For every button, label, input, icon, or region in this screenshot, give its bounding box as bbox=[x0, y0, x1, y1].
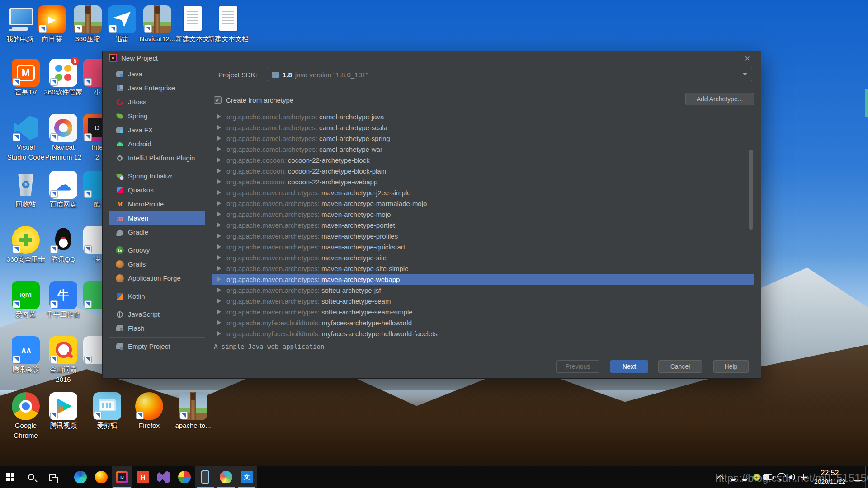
archetype-row[interactable]: org.apache.myfaces.buildtools:myfaces-ar… bbox=[212, 328, 754, 339]
navicat-icon[interactable] bbox=[49, 114, 77, 142]
project-sdk-combobox[interactable]: 1.8 java version "1.8.0_131" bbox=[267, 68, 752, 81]
sidebar-item-java[interactable]: Java bbox=[109, 67, 205, 81]
expand-arrow-icon[interactable] bbox=[217, 223, 221, 227]
sidebar-item-intellij-platform-plugin[interactable]: IntelliJ Platform Plugin bbox=[109, 151, 205, 165]
tray-chevron-icon[interactable] bbox=[716, 466, 727, 488]
desktop-icon-爱剪辑[interactable]: 爱剪辑 bbox=[86, 392, 128, 430]
archetype-row[interactable]: org.apache.camel.archetypes:camel-archet… bbox=[212, 133, 754, 144]
expand-arrow-icon[interactable] bbox=[217, 234, 221, 238]
taskbar-app-firefox[interactable] bbox=[91, 466, 112, 488]
search-button[interactable] bbox=[21, 466, 42, 488]
sidebar-item-java-enterprise[interactable]: Java Enterprise bbox=[109, 81, 205, 95]
archetype-row[interactable]: org.apache.camel.archetypes:camel-archet… bbox=[212, 111, 754, 122]
sidebar-item-gradle[interactable]: Gradle bbox=[109, 225, 205, 239]
firefox-icon[interactable] bbox=[135, 392, 163, 420]
expand-arrow-icon[interactable] bbox=[217, 212, 221, 216]
expand-arrow-icon[interactable] bbox=[217, 266, 221, 271]
sidebar-item-grails[interactable]: Grails bbox=[109, 257, 205, 271]
sidebar-item-quarkus[interactable]: Quarkus bbox=[109, 183, 205, 197]
taskbar-app-doc-app[interactable]: 文 bbox=[236, 466, 257, 488]
expand-arrow-icon[interactable] bbox=[217, 169, 221, 173]
zip-icon[interactable] bbox=[74, 5, 102, 33]
vscode-icon[interactable] bbox=[12, 114, 40, 142]
sidebar-item-kotlin[interactable]: Kotlin bbox=[109, 289, 205, 303]
start-button[interactable] bbox=[0, 466, 21, 488]
shield-icon[interactable] bbox=[12, 226, 40, 254]
tray-qq-icon[interactable] bbox=[727, 466, 739, 488]
desktop-icon-芒果tv[interactable]: M芒果TV bbox=[5, 59, 47, 97]
doc-icon[interactable] bbox=[214, 5, 242, 33]
desktop-icon-visual[interactable]: VisualStudio Code bbox=[5, 114, 47, 162]
previous-button[interactable]: Previous bbox=[556, 360, 599, 373]
task-view-button[interactable] bbox=[42, 466, 62, 488]
sidebar-item-jboss[interactable]: JBoss bbox=[109, 95, 205, 109]
archetype-row[interactable]: org.apache.myfaces.buildtools:myfaces-ar… bbox=[212, 317, 754, 328]
tray-battery-icon[interactable] bbox=[763, 466, 774, 488]
archetype-scrollbar-thumb[interactable] bbox=[749, 150, 753, 230]
add-archetype-button[interactable]: Add Archetype... bbox=[685, 93, 754, 105]
taskbar-app-intellij-idea[interactable] bbox=[112, 466, 132, 488]
tray-wifi-icon[interactable] bbox=[774, 466, 786, 488]
sidebar-item-spring-initializr[interactable]: Spring Initializr bbox=[109, 169, 205, 183]
archetype-row[interactable]: org.apache.camel.archetypes:camel-archet… bbox=[212, 122, 754, 133]
expand-arrow-icon[interactable] bbox=[217, 158, 221, 162]
expand-arrow-icon[interactable] bbox=[217, 299, 221, 303]
taskbar-app-color-ball-app[interactable] bbox=[216, 466, 236, 488]
cut-icon[interactable] bbox=[93, 392, 121, 420]
desktop-icon-回收站[interactable]: ♻回收站 bbox=[5, 171, 47, 209]
sun-icon[interactable]: ▶ bbox=[38, 5, 66, 33]
archetype-row[interactable]: org.apache.maven.archetypes:softeu-arche… bbox=[212, 296, 754, 306]
archetype-row[interactable]: org.apache.maven.archetypes:maven-archet… bbox=[212, 274, 754, 285]
archetype-row[interactable]: org.apache.cocoon:cocoon-22-archetype-bl… bbox=[212, 165, 754, 176]
dialog-titlebar[interactable]: New Project bbox=[103, 51, 761, 65]
expand-arrow-icon[interactable] bbox=[217, 310, 221, 314]
doc-icon[interactable] bbox=[179, 5, 207, 33]
chrome-icon[interactable] bbox=[12, 392, 40, 420]
tv-icon[interactable] bbox=[49, 392, 77, 420]
expand-arrow-icon[interactable] bbox=[217, 320, 221, 325]
computer-icon[interactable] bbox=[6, 5, 34, 33]
taskbar-clock[interactable]: 22:52 2020/11/22 bbox=[810, 469, 850, 486]
desktop-icon-新建文本文档[interactable]: 新建文本文档 bbox=[208, 5, 249, 43]
archetype-row[interactable]: org.apache.maven.archetypes:maven-archet… bbox=[212, 187, 754, 198]
chevron-down-icon[interactable] bbox=[743, 73, 747, 76]
taskbar-app-360-browser[interactable] bbox=[174, 466, 195, 488]
sidebar-item-flash[interactable]: Flash bbox=[109, 321, 205, 335]
expand-arrow-icon[interactable] bbox=[217, 288, 221, 292]
sidebar-item-groovy[interactable]: GGroovy bbox=[109, 243, 205, 257]
show-desktop-button[interactable] bbox=[865, 466, 868, 488]
create-from-archetype-checkbox[interactable]: ✓ Create from archetype bbox=[214, 94, 293, 105]
zip-icon[interactable] bbox=[143, 5, 171, 33]
sidebar-item-maven[interactable]: mMaven bbox=[109, 211, 205, 225]
desktop-icon-firefox[interactable]: Firefox bbox=[128, 392, 170, 430]
desktop-icon-腾讯会议[interactable]: ∧∧腾讯会议 bbox=[5, 336, 47, 374]
archetype-row[interactable]: org.apache.cocoon:cocoon-22-archetype-we… bbox=[212, 176, 754, 187]
ciba-icon[interactable] bbox=[49, 336, 77, 364]
archetype-row[interactable]: org.apache.maven.archetypes:maven-archet… bbox=[212, 220, 754, 230]
archetype-row[interactable]: org.apache.maven.archetypes:softeu-arche… bbox=[212, 285, 754, 296]
checkbox-check-icon[interactable]: ✓ bbox=[214, 96, 222, 104]
archetype-row[interactable]: org.apache.maven.archetypes:maven-archet… bbox=[212, 198, 754, 209]
tray-plus-icon[interactable] bbox=[798, 466, 810, 488]
tray-qq-icon[interactable] bbox=[739, 466, 751, 488]
archetype-row[interactable]: org.apache.maven.archetypes:maven-archet… bbox=[212, 263, 754, 274]
sidebar-item-application-forge[interactable]: Application Forge bbox=[109, 271, 205, 285]
expand-arrow-icon[interactable] bbox=[217, 190, 221, 195]
sidebar-item-empty-project[interactable]: Empty Project bbox=[109, 339, 205, 353]
archetype-row[interactable]: org.apache.maven.archetypes:maven-archet… bbox=[212, 230, 754, 241]
expand-arrow-icon[interactable] bbox=[217, 201, 221, 206]
desktop-icon-google[interactable]: GoogleChrome bbox=[5, 392, 47, 440]
expand-arrow-icon[interactable] bbox=[217, 179, 221, 184]
archetype-row[interactable]: org.apache.maven.archetypes:softeu-arche… bbox=[212, 306, 754, 317]
petals-icon[interactable]: 5 bbox=[49, 59, 77, 87]
tray-safe-icon[interactable] bbox=[751, 466, 763, 488]
archetype-row[interactable]: org.apache.maven.archetypes:maven-archet… bbox=[212, 241, 754, 252]
expand-arrow-icon[interactable] bbox=[217, 125, 221, 130]
sidebar-item-microprofile[interactable]: MMicroProfile bbox=[109, 197, 205, 211]
expand-arrow-icon[interactable] bbox=[217, 244, 221, 249]
baidu-icon[interactable]: ☁ bbox=[49, 171, 77, 199]
taskbar-app-hbuilder[interactable]: H bbox=[132, 466, 153, 488]
bird-icon[interactable] bbox=[108, 5, 136, 33]
taskbar-app-phone[interactable] bbox=[195, 466, 216, 488]
desktop-icon-腾讯视频[interactable]: 腾讯视频 bbox=[42, 392, 84, 430]
